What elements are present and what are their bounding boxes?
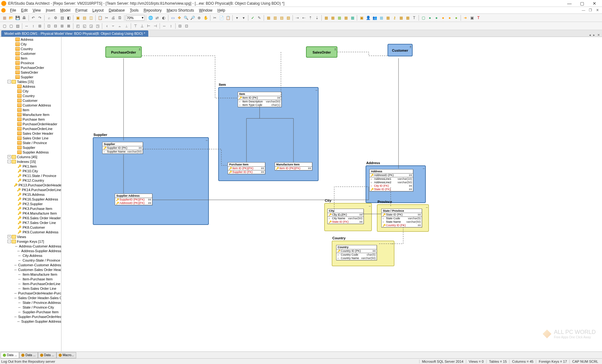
close-button[interactable]: ✕ bbox=[588, 0, 601, 7]
tree-node[interactable]: 🔑 PK16.Supplier Address bbox=[0, 197, 61, 201]
collapse-icon[interactable]: – bbox=[391, 242, 393, 245]
tree-node[interactable]: 🔑 PK14.PurchaseOrderLine bbox=[0, 187, 61, 192]
tree-node[interactable]: ↔ Sales Order Header-Sales Ord bbox=[0, 295, 61, 300]
menu-view[interactable]: View bbox=[30, 8, 43, 13]
tree-node[interactable]: Purchase Item bbox=[0, 117, 61, 122]
al2-icon[interactable]: ⫟ bbox=[110, 23, 116, 29]
db3-icon[interactable]: ▦ bbox=[336, 15, 342, 21]
al7-icon[interactable]: ⊢ bbox=[145, 23, 152, 29]
tree-node[interactable]: ↔ Customer-Customer Address bbox=[0, 263, 61, 267]
twisty-icon[interactable] bbox=[13, 287, 17, 290]
shape3-icon[interactable]: ● bbox=[433, 15, 440, 21]
menu-edit[interactable]: Edit bbox=[18, 8, 30, 13]
sz2-icon[interactable]: ⊡ bbox=[183, 23, 190, 29]
entity-city[interactable]: City 🔑City ID (PK)int ○City Namevarchar(… bbox=[327, 209, 364, 224]
menu-format[interactable]: Format bbox=[73, 8, 90, 13]
entity-state[interactable]: State / Province 🔑State ID (PK)int ○Stat… bbox=[381, 209, 422, 227]
twisty-icon[interactable] bbox=[13, 216, 17, 220]
entity-purchase-item[interactable]: Purchase Item 🔑Item ID (PK)(FK)int 🔑Supp… bbox=[228, 162, 265, 174]
refresh-icon[interactable]: ◐ bbox=[161, 15, 167, 21]
layout3-icon[interactable]: ▤ bbox=[278, 15, 285, 21]
a6-icon[interactable]: ⊞ bbox=[37, 23, 43, 29]
tree-node[interactable]: 🔑 PK3.Purchase Item bbox=[0, 206, 61, 211]
tree-node[interactable]: Customer bbox=[0, 51, 61, 56]
sync-icon[interactable]: ⇄ bbox=[154, 15, 160, 21]
globe-icon[interactable]: 🌐 bbox=[147, 15, 154, 21]
twisty-icon[interactable] bbox=[13, 179, 17, 182]
menu-repository[interactable]: Repository bbox=[141, 8, 164, 13]
collapse-icon[interactable]: – bbox=[315, 88, 317, 92]
twisty-icon[interactable] bbox=[13, 113, 17, 116]
text2-icon[interactable]: T bbox=[475, 15, 482, 21]
tree-node[interactable]: Address bbox=[0, 84, 61, 89]
tree-node[interactable]: Item bbox=[0, 56, 61, 60]
twisty-icon[interactable] bbox=[13, 226, 17, 229]
open-icon[interactable]: 📂 bbox=[8, 15, 14, 21]
al5-icon[interactable]: ⊤ bbox=[132, 23, 139, 29]
entity-country[interactable]: Country 🔑Country ID (PK)int ○Country Cod… bbox=[336, 245, 377, 260]
tree-node[interactable]: State / Province bbox=[0, 140, 61, 145]
shape1-icon[interactable]: ▢ bbox=[420, 15, 426, 21]
document-tab[interactable]: Model with BDO.DM1 - Physical Model View… bbox=[1, 30, 148, 37]
users-icon[interactable]: 👥 bbox=[372, 15, 378, 21]
expand-icon[interactable]: ± bbox=[139, 48, 141, 51]
bdo-sales-order[interactable]: SalesOrder ± bbox=[306, 46, 337, 58]
twisty-icon[interactable] bbox=[11, 66, 15, 69]
tree-node[interactable]: Supplier bbox=[0, 145, 61, 150]
edit-icon[interactable]: ✎ bbox=[256, 15, 262, 21]
twisty-icon[interactable] bbox=[13, 132, 17, 135]
tree-node[interactable]: ↔ State / Province-Address bbox=[0, 300, 61, 305]
twisty-icon[interactable] bbox=[13, 207, 17, 210]
twisty-icon[interactable] bbox=[13, 282, 17, 285]
tree-node[interactable]: Item bbox=[0, 107, 61, 112]
twisty-icon[interactable] bbox=[13, 230, 17, 234]
tree-node[interactable]: ↔ Item-Purchase Item bbox=[0, 277, 61, 281]
twisty-icon[interactable] bbox=[11, 47, 15, 50]
dd-icon[interactable]: ▾ bbox=[234, 15, 240, 21]
twisty-icon[interactable] bbox=[13, 277, 17, 281]
tree-node[interactable]: 🔑 PK9.Customer Address bbox=[0, 230, 61, 234]
layout2-icon[interactable]: ▥ bbox=[272, 15, 278, 21]
tree-node[interactable]: ↔ Customer-Sales Order Header bbox=[0, 267, 61, 272]
tree-node[interactable]: Province bbox=[0, 60, 61, 65]
box-icon[interactable]: ▣ bbox=[469, 15, 475, 21]
twisty-icon[interactable] bbox=[13, 211, 17, 215]
tab-close[interactable]: ✕ bbox=[596, 33, 601, 37]
db4-icon[interactable]: ▦ bbox=[343, 15, 349, 21]
twisty-icon[interactable] bbox=[13, 94, 17, 97]
twisty-icon[interactable] bbox=[13, 122, 17, 126]
tree-node[interactable]: SalesOrder bbox=[0, 70, 61, 75]
a12-icon[interactable]: ◱ bbox=[81, 23, 87, 29]
tree-node[interactable]: ↔ PurchaseOrderHeader-Purcha bbox=[0, 291, 61, 295]
grid-icon[interactable]: ▤ bbox=[59, 15, 65, 21]
tree-node[interactable]: Country bbox=[0, 93, 61, 98]
menu-layout[interactable]: Layout bbox=[90, 8, 106, 13]
tree-node[interactable]: ↔ Item-PurchaseOrderLine bbox=[0, 281, 61, 286]
tree-node[interactable]: Customer Address bbox=[0, 103, 61, 107]
maximize-button[interactable]: ▢ bbox=[576, 0, 588, 7]
redo-icon[interactable]: ↷ bbox=[37, 15, 43, 21]
text-icon[interactable]: T bbox=[411, 15, 417, 21]
twisty-icon[interactable] bbox=[11, 75, 15, 79]
copy-icon[interactable]: 📄 bbox=[218, 15, 224, 21]
twisty-icon[interactable] bbox=[13, 108, 17, 112]
twisty-icon[interactable] bbox=[11, 38, 15, 41]
tree-node[interactable]: ↔ Country-State / Province bbox=[0, 258, 61, 263]
tree-node[interactable]: 🔑 PK7.Sales Order Line bbox=[0, 220, 61, 225]
twisty-icon[interactable] bbox=[13, 117, 17, 121]
tree-node[interactable]: PurchaseOrderLine bbox=[0, 126, 61, 131]
obj3-icon[interactable]: ▦ bbox=[385, 15, 391, 21]
tree-node[interactable]: Country bbox=[0, 46, 61, 51]
pan-icon[interactable]: ✥ bbox=[176, 15, 182, 21]
tree-node[interactable]: 🔑 PK11.State / Province bbox=[0, 173, 61, 178]
print2-icon[interactable]: 🖨 bbox=[110, 15, 116, 21]
twisty-icon[interactable] bbox=[13, 85, 17, 88]
tree-node[interactable]: 🔑 PK10.City bbox=[0, 169, 61, 173]
layout1-icon[interactable]: ▦ bbox=[265, 15, 272, 21]
tree-node[interactable]: City bbox=[0, 89, 61, 93]
menu-database[interactable]: Database bbox=[106, 8, 127, 13]
twisty-icon[interactable] bbox=[11, 42, 15, 46]
tree-node[interactable]: Supplier bbox=[0, 75, 61, 79]
entity-item[interactable]: Item 🔑Item ID (PK)int ○Item Descriptionv… bbox=[238, 92, 282, 107]
a14-icon[interactable]: ◳ bbox=[94, 23, 101, 29]
